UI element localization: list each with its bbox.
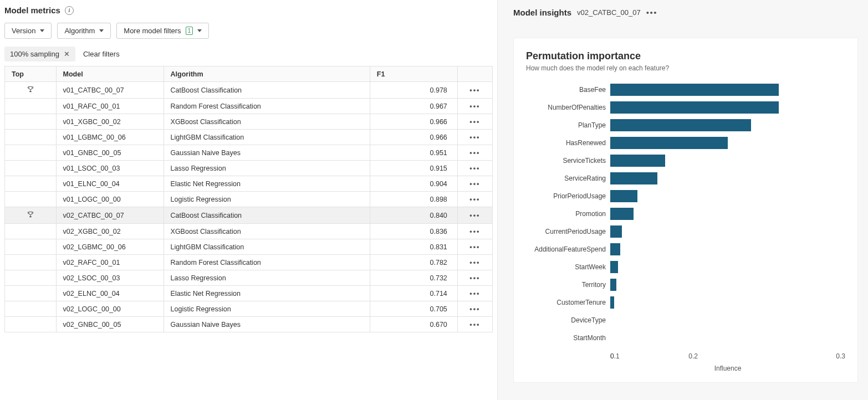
feature-row: DeviceType <box>526 311 845 329</box>
col-header-f1[interactable]: F1 <box>370 66 457 82</box>
table-row[interactable]: v01_LSOC_00_03Lasso Regression0.915••• <box>5 161 493 176</box>
feature-bar <box>610 190 637 202</box>
feature-bar-wrap <box>610 294 845 311</box>
table-row[interactable]: v01_XGBC_00_02XGBoost Classification0.96… <box>5 114 493 130</box>
top-cell <box>5 301 57 317</box>
model-cell: v02_ELNC_00_04 <box>56 286 164 301</box>
model-insights-title: Model insights <box>513 8 571 17</box>
feature-label: Territory <box>526 281 610 289</box>
table-row[interactable]: v01_LGBMC_00_06LightGBM Classification0.… <box>5 130 493 145</box>
feature-label: AdditionalFeatureSpend <box>526 245 610 253</box>
row-actions-icon[interactable]: ••• <box>457 270 492 286</box>
feature-row: ServiceRating <box>526 170 845 187</box>
feature-bar-wrap <box>610 134 845 152</box>
feature-bar-wrap <box>610 116 845 134</box>
feature-bar-wrap <box>610 205 845 223</box>
feature-bar-wrap <box>610 152 845 170</box>
top-cell <box>5 255 57 270</box>
algorithm-cell: Random Forest Classification <box>164 99 370 114</box>
model-cell: v01_LGBMC_00_06 <box>56 130 164 145</box>
algorithm-filter-label: Algorithm <box>64 27 95 35</box>
chart-x-label: Influence <box>610 365 845 372</box>
col-header-top[interactable]: Top <box>5 66 57 82</box>
algorithm-cell: Gaussian Naive Bayes <box>164 145 370 161</box>
table-row[interactable]: v01_ELNC_00_04Elastic Net Regression0.90… <box>5 176 493 192</box>
row-actions-icon[interactable]: ••• <box>457 207 492 224</box>
table-row[interactable]: v02_LGBMC_00_06LightGBM Classification0.… <box>5 239 493 255</box>
table-row[interactable]: v01_LOGC_00_00Logistic Regression0.898••… <box>5 192 493 207</box>
version-filter-button[interactable]: Version <box>4 23 52 39</box>
row-actions-icon[interactable]: ••• <box>457 192 492 207</box>
feature-row: PriorPeriodUsage <box>526 187 845 205</box>
table-row[interactable]: v02_LSOC_00_03Lasso Regression0.732••• <box>5 270 493 286</box>
feature-bar-wrap <box>610 99 845 116</box>
f1-cell: 0.967 <box>370 99 457 114</box>
f1-cell: 0.836 <box>370 224 457 239</box>
row-actions-icon[interactable]: ••• <box>457 99 492 114</box>
model-metrics-title: Model metrics <box>4 6 60 15</box>
top-cell <box>5 176 57 192</box>
row-actions-icon[interactable]: ••• <box>457 255 492 270</box>
feature-row: AdditionalFeatureSpend <box>526 240 845 258</box>
f1-cell: 0.831 <box>370 239 457 255</box>
feature-bar <box>610 225 622 238</box>
model-cell: v01_ELNC_00_04 <box>56 176 164 192</box>
row-actions-icon[interactable]: ••• <box>457 82 492 99</box>
feature-bar <box>610 243 620 255</box>
feature-bar <box>610 296 614 309</box>
version-filter-label: Version <box>12 27 35 35</box>
table-row[interactable]: v02_RAFC_00_01Random Forest Classificati… <box>5 255 493 270</box>
more-filters-button[interactable]: More model filters 1 <box>116 23 209 39</box>
permutation-subtitle: How much does the model rely on each fea… <box>526 64 845 72</box>
table-row[interactable]: v02_ELNC_00_04Elastic Net Regression0.71… <box>5 286 493 301</box>
top-cell <box>5 224 57 239</box>
table-row[interactable]: v01_GNBC_00_05Gaussian Naive Bayes0.951•… <box>5 145 493 161</box>
top-cell <box>5 145 57 161</box>
col-header-algorithm[interactable]: Algorithm <box>164 66 370 82</box>
algorithm-filter-button[interactable]: Algorithm <box>57 23 111 39</box>
row-actions-icon[interactable]: ••• <box>457 317 492 332</box>
table-row[interactable]: v02_GNBC_00_05Gaussian Naive Bayes0.670•… <box>5 317 493 332</box>
table-row[interactable]: v02_XGBC_00_02XGBoost Classification0.83… <box>5 224 493 239</box>
table-row[interactable]: v01_CATBC_00_07CatBoost Classification0.… <box>5 82 493 99</box>
col-header-model[interactable]: Model <box>56 66 164 82</box>
row-actions-icon[interactable]: ••• <box>457 286 492 301</box>
col-header-actions <box>457 66 492 82</box>
sampling-chip-label: 100% sampling <box>10 50 59 58</box>
model-cell: v01_XGBC_00_02 <box>56 114 164 130</box>
feature-bar <box>610 101 779 114</box>
model-cell: v02_LSOC_00_03 <box>56 270 164 286</box>
top-cell <box>5 317 57 332</box>
row-actions-icon[interactable]: ••• <box>457 176 492 192</box>
feature-row: NumberOfPenalties <box>526 99 845 116</box>
row-actions-icon[interactable]: ••• <box>457 145 492 161</box>
more-options-icon[interactable]: ••• <box>646 8 657 17</box>
top-cell <box>5 207 57 224</box>
sampling-filter-chip[interactable]: 100% sampling ✕ <box>4 47 75 61</box>
row-actions-icon[interactable]: ••• <box>457 114 492 130</box>
feature-label: BaseFee <box>526 86 610 94</box>
row-actions-icon[interactable]: ••• <box>457 161 492 176</box>
permutation-chart: BaseFeeNumberOfPenaltiesPlanTypeHasRenew… <box>526 81 845 347</box>
feature-bar-wrap <box>610 223 845 240</box>
chevron-down-icon <box>197 29 202 32</box>
table-row[interactable]: v02_CATBC_00_07CatBoost Classification0.… <box>5 207 493 224</box>
row-actions-icon[interactable]: ••• <box>457 130 492 145</box>
feature-row: HasRenewed <box>526 134 845 152</box>
row-actions-icon[interactable]: ••• <box>457 224 492 239</box>
close-icon[interactable]: ✕ <box>64 50 70 58</box>
feature-bar <box>610 119 751 131</box>
row-actions-icon[interactable]: ••• <box>457 301 492 317</box>
f1-cell: 0.732 <box>370 270 457 286</box>
table-row[interactable]: v02_LOGC_00_00Logistic Regression0.705••… <box>5 301 493 317</box>
top-cell <box>5 192 57 207</box>
row-actions-icon[interactable]: ••• <box>457 239 492 255</box>
info-icon[interactable]: i <box>65 6 74 15</box>
f1-cell: 0.782 <box>370 255 457 270</box>
filter-toolbar: Version Algorithm More model filters 1 <box>4 23 493 39</box>
f1-cell: 0.951 <box>370 145 457 161</box>
clear-filters-link[interactable]: Clear filters <box>83 50 120 58</box>
table-row[interactable]: v01_RAFC_00_01Random Forest Classificati… <box>5 99 493 114</box>
feature-label: StartWeek <box>526 263 610 271</box>
feature-label: ServiceTickets <box>526 157 610 165</box>
